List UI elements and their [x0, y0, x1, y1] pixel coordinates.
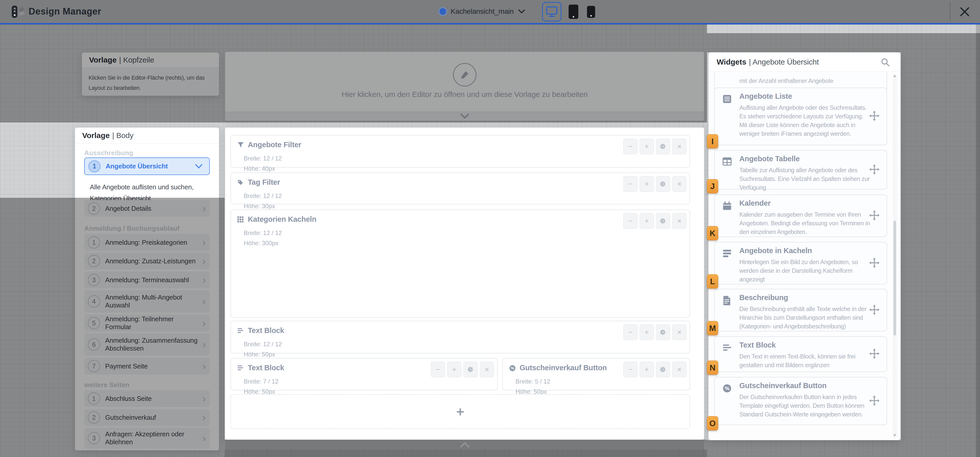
- device-desktop-button[interactable]: [542, 2, 562, 21]
- drag-handle[interactable]: [869, 110, 880, 121]
- section-label-ausschreibung: Ausschreibung: [84, 149, 133, 157]
- kopfzeile-editor-area[interactable]: Hier klicken, um den Editor zu öffnen un…: [225, 52, 704, 121]
- search-icon: [880, 57, 890, 67]
- sidebar-item-termineauswahl[interactable]: 3 Anmeldung: Termineauswahl ›: [84, 271, 210, 288]
- shrink-button[interactable]: −: [623, 176, 638, 192]
- block-title: Kategorien Kacheln: [248, 215, 317, 223]
- sidebar-item-zusammenfassung[interactable]: 6 Anmeldung: Zusammenfassung Abschliesse…: [84, 333, 210, 356]
- layout-editor-canvas[interactable]: Angebote Filter Breite: 12 / 12 Höhe: 40…: [225, 127, 704, 439]
- block-text-block[interactable]: Text Block Breite: 12 / 12 Höhe: 50px − …: [231, 321, 690, 353]
- sidebar-item-abschluss-seite[interactable]: 1 Abschluss Seite ›: [84, 390, 210, 407]
- drag-handle[interactable]: [869, 348, 880, 359]
- hint-badge-J[interactable]: J: [707, 179, 718, 193]
- settings-button[interactable]: [656, 361, 670, 377]
- kopfzeile-expand-band[interactable]: [225, 111, 704, 121]
- drag-handle[interactable]: [869, 257, 880, 268]
- block-kategorien-kacheln[interactable]: Kategorien Kacheln Breite: 12 / 12 Höhe:…: [231, 210, 690, 318]
- drag-handle[interactable]: [869, 304, 880, 315]
- widget-card-gutscheinverkauf-button[interactable]: % Gutscheinverkauf Button Der Gutscheinv…: [714, 377, 887, 425]
- remove-block-button[interactable]: ×: [672, 213, 687, 229]
- hint-badge-K[interactable]: K: [707, 226, 718, 240]
- widgets-list: mit der Anzahl enthaltener Angebote Ange…: [708, 72, 900, 440]
- widget-card-beschreibung[interactable]: Beschreibung Die Beschreibung enthält al…: [714, 289, 887, 331]
- sidebar-item-gutscheinverkauf[interactable]: 2 Gutscheinverkauf ›: [84, 409, 210, 426]
- scrollbar-thumb[interactable]: [894, 221, 896, 336]
- kopfzeile-title-strong: Vorlage: [89, 56, 117, 64]
- sidebar-item-teilnehmer-formular[interactable]: 5 Anmeldung: Teilnehmer Formular ›: [84, 315, 210, 331]
- block-width: Breite: 12 / 12: [244, 341, 282, 348]
- drag-handle[interactable]: [869, 395, 880, 406]
- hint-badge-O[interactable]: O: [707, 416, 718, 430]
- settings-button[interactable]: [656, 324, 670, 340]
- settings-button[interactable]: [656, 176, 670, 192]
- widgets-scrollbar[interactable]: [893, 74, 897, 438]
- tag-icon: [237, 179, 244, 186]
- remove-block-button[interactable]: ×: [672, 176, 687, 192]
- widget-card-kalender[interactable]: Kalender Kalender zum ausgeben der Termi…: [714, 194, 887, 237]
- grow-button[interactable]: +: [640, 324, 654, 340]
- sidebar-item-angebot-details[interactable]: 2 Angebot Details ›: [84, 200, 210, 217]
- sidebar-item-anfragen[interactable]: 3 Anfragen: Akzeptieren oder Ablehnen ›: [84, 428, 210, 449]
- document-icon: [722, 296, 732, 306]
- settings-button[interactable]: [656, 139, 670, 154]
- template-selector[interactable]: Kachelansicht_main: [439, 0, 525, 23]
- sidebar-item-angebote-uebersicht[interactable]: 1 Angebote Übersicht: [84, 158, 210, 175]
- remove-block-button[interactable]: ×: [672, 324, 687, 340]
- sidebar-item-preiskategorien[interactable]: 1 Anmeldung: Preiskategorien ›: [84, 234, 210, 251]
- hint-badge-M[interactable]: M: [707, 321, 718, 335]
- device-tablet-button[interactable]: [569, 5, 578, 19]
- hint-badge-L[interactable]: L: [707, 274, 718, 288]
- shrink-button[interactable]: −: [623, 361, 638, 377]
- remove-block-button[interactable]: ×: [480, 361, 494, 377]
- close-button[interactable]: [958, 5, 971, 18]
- shrink-button[interactable]: −: [623, 324, 638, 340]
- sidebar-item-payment-seite[interactable]: 7 Payment Seite ›: [84, 358, 210, 374]
- item-number-badge: 1: [88, 236, 100, 248]
- widget-card-text-block[interactable]: Text Block Den Text in einem Text-Block,…: [714, 336, 887, 372]
- voucher-icon: %: [509, 365, 516, 372]
- gear-icon: [660, 143, 667, 150]
- grid-icon: [237, 216, 244, 223]
- settings-button[interactable]: [656, 213, 670, 229]
- add-block-zone[interactable]: +: [231, 394, 690, 429]
- hint-badge-N[interactable]: N: [707, 361, 718, 375]
- grow-button[interactable]: +: [447, 361, 461, 377]
- sidebar-item-multi-angebot[interactable]: 4 Anmeldung: Multi-Angebot Auswahl ›: [84, 290, 210, 312]
- sidebar-item-zusatz-leistungen[interactable]: 2 Anmeldung: Zusatz-Leistungen ›: [84, 253, 210, 269]
- remove-block-button[interactable]: ×: [672, 361, 687, 377]
- block-gutscheinverkauf-button[interactable]: % Gutscheinverkauf Button Breite: 5 / 12…: [502, 358, 690, 390]
- bars-icon: [722, 248, 732, 258]
- widget-card-angebote-in-kacheln[interactable]: Angebote in Kacheln Hinterlegen Sie ein …: [714, 242, 887, 285]
- widget-card-angebote-liste[interactable]: Angebote Liste Auflistung aller Angebote…: [714, 88, 887, 145]
- device-mobile-button[interactable]: [587, 6, 595, 18]
- grow-button[interactable]: +: [640, 139, 654, 154]
- block-angebote-filter[interactable]: Angebote Filter Breite: 12 / 12 Höhe: 40…: [231, 135, 690, 168]
- drag-handle[interactable]: [869, 164, 880, 175]
- item-number-badge: 3: [88, 274, 100, 286]
- shrink-button[interactable]: −: [431, 361, 445, 377]
- scroll-up-icon[interactable]: [893, 75, 896, 77]
- block-width: Breite: 12 / 12: [244, 193, 282, 199]
- grow-button[interactable]: +: [640, 176, 654, 192]
- widget-title: Beschreibung: [739, 293, 788, 302]
- hint-badge-I[interactable]: I: [707, 134, 718, 148]
- grow-button[interactable]: +: [640, 361, 654, 377]
- scroll-down-icon[interactable]: [893, 434, 896, 436]
- shrink-button[interactable]: −: [623, 139, 638, 154]
- table-icon: [722, 157, 732, 166]
- settings-button[interactable]: [463, 361, 478, 377]
- block-tag-filter[interactable]: Tag Filter Breite: 12 / 12 Höhe: 30px − …: [231, 172, 690, 204]
- kopfzeile-tooltip: Klicken Sie in die Editor-Fläche (rechts…: [82, 68, 219, 96]
- drag-handle[interactable]: [869, 210, 880, 221]
- shrink-button[interactable]: −: [623, 213, 638, 229]
- remove-block-button[interactable]: ×: [672, 139, 687, 154]
- item-label: Anmeldung: Zusatz-Leistungen: [105, 257, 200, 265]
- grow-button[interactable]: +: [640, 213, 654, 229]
- voucher-icon: %: [722, 384, 732, 393]
- widget-card-angebote-tabelle[interactable]: Angebote Tabelle Tabelle zur Auflistung …: [714, 150, 887, 189]
- collapse-editor-band[interactable]: [225, 439, 704, 450]
- widget-search-button[interactable]: [880, 57, 890, 67]
- edit-pencil-button[interactable]: [453, 63, 476, 86]
- page-scrollbar[interactable]: [976, 24, 980, 457]
- block-text-block-small[interactable]: Text Block Breite: 7 / 12 Höhe: 50px − +…: [231, 358, 498, 390]
